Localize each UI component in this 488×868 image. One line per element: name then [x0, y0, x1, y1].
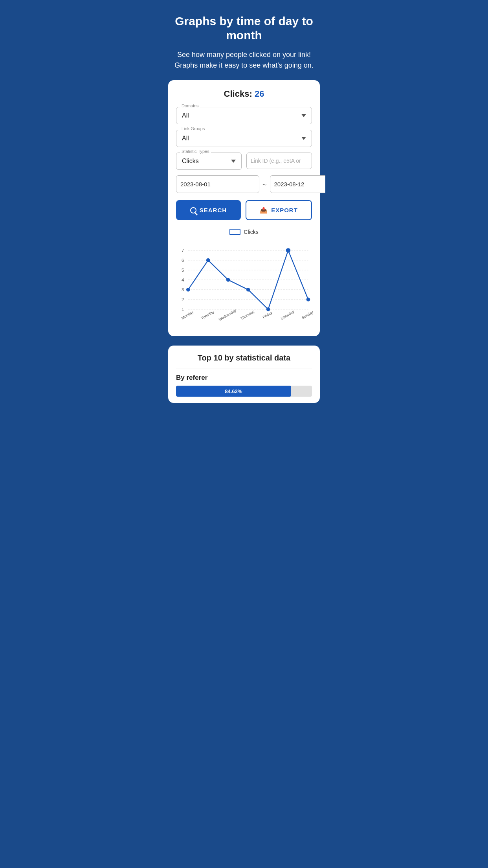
data-point-sunday [306, 298, 310, 302]
data-point-wednesday [226, 278, 230, 282]
chart-legend: Clicks [176, 229, 312, 235]
clicks-value: 26 [255, 89, 264, 99]
domains-field: Domains All [176, 107, 312, 124]
data-point-saturday [286, 248, 291, 253]
line-chart: 1 2 3 4 5 6 7 [176, 240, 312, 323]
header: Graphs by time of day to month See how m… [163, 0, 325, 80]
progress-bar-container: 84.62% [176, 386, 312, 397]
svg-text:Tuesday: Tuesday [200, 309, 215, 320]
svg-text:Sunday: Sunday [301, 310, 314, 320]
progress-label: 84.62% [225, 388, 242, 394]
chevron-down-icon [301, 137, 306, 140]
data-point-tuesday [206, 258, 210, 262]
link-groups-label: Link Groups [180, 126, 206, 131]
section-title: Top 10 by statistical data [176, 353, 312, 362]
svg-text:Thursday: Thursday [240, 309, 255, 321]
export-icon: 📤 [260, 206, 268, 214]
tilde-separator: ~ [262, 179, 267, 189]
svg-text:2: 2 [182, 297, 184, 302]
page-title: Graphs by time of day to month [172, 14, 316, 42]
domains-label: Domains [180, 103, 200, 108]
clicks-counter: Clicks: 26 [176, 89, 312, 99]
date-range-row: ~ [176, 175, 312, 193]
svg-text:Friday: Friday [262, 311, 273, 320]
svg-text:1: 1 [182, 307, 184, 312]
data-point-monday [186, 288, 190, 292]
statistic-types-field: Statistic Types Clicks [176, 153, 242, 170]
progress-bar-fill: 84.62% [176, 386, 291, 397]
chevron-down-icon [231, 160, 236, 163]
chart-container: Clicks 1 2 3 4 5 6 7 [176, 229, 312, 328]
svg-text:5: 5 [182, 268, 184, 272]
date-from-input[interactable] [176, 175, 259, 193]
chevron-down-icon [301, 114, 306, 117]
statistic-types-value: Clicks [182, 158, 199, 165]
link-id-input[interactable] [246, 153, 312, 169]
search-icon [190, 207, 196, 213]
domains-select[interactable]: All [176, 107, 312, 124]
action-buttons: SEARCH 📤 EXPORT [176, 200, 312, 220]
link-groups-field: Link Groups All [176, 130, 312, 147]
by-referer-title: By referer [176, 374, 312, 382]
data-point-thursday [246, 288, 250, 292]
main-card: Clicks: 26 Domains All Link Groups All S… [168, 80, 320, 336]
search-button[interactable]: SEARCH [176, 200, 241, 220]
statistic-types-label: Statistic Types [180, 149, 211, 154]
data-point-friday [266, 307, 270, 311]
svg-text:6: 6 [182, 258, 184, 263]
statistic-linkid-row: Statistic Types Clicks [176, 153, 312, 170]
svg-text:4: 4 [182, 278, 184, 282]
export-button[interactable]: 📤 EXPORT [246, 200, 312, 220]
header-subtitle: See how many people clicked on your link… [172, 50, 316, 71]
divider [176, 368, 312, 368]
svg-text:Wednesday: Wednesday [218, 308, 237, 322]
svg-text:Saturday: Saturday [280, 309, 295, 321]
svg-text:3: 3 [182, 287, 184, 292]
export-label: EXPORT [271, 207, 298, 213]
statistic-types-select[interactable]: Clicks [176, 153, 242, 170]
svg-text:7: 7 [182, 248, 184, 253]
link-groups-value: All [182, 135, 189, 142]
search-label: SEARCH [200, 207, 227, 213]
domains-value: All [182, 112, 189, 119]
link-groups-select[interactable]: All [176, 130, 312, 147]
legend-label: Clicks [244, 229, 258, 235]
link-id-field [246, 153, 312, 170]
date-to-input[interactable] [270, 175, 325, 193]
legend-box [229, 229, 240, 235]
top10-card: Top 10 by statistical data By referer 84… [168, 346, 320, 403]
